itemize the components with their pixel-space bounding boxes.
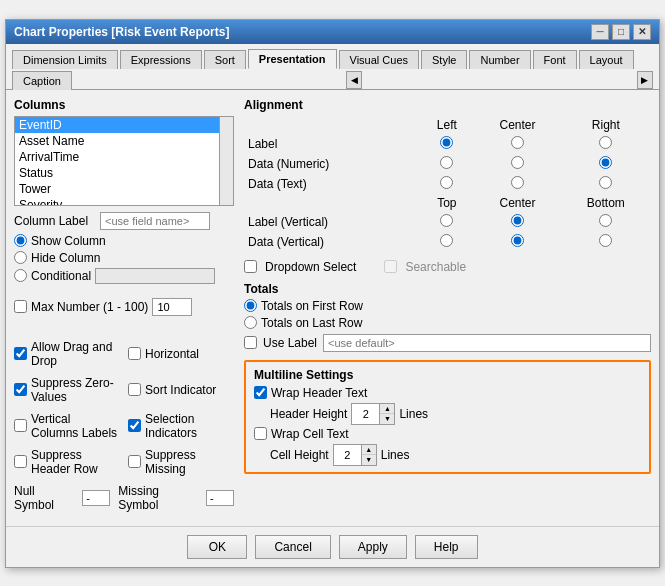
maximize-button[interactable]: □ (612, 24, 630, 40)
cancel-button[interactable]: Cancel (255, 535, 330, 559)
minimize-button[interactable]: ─ (591, 24, 609, 40)
wrap-header-label: Wrap Header Text (271, 386, 367, 400)
data-v-bottom-radio[interactable] (599, 234, 612, 247)
use-label-input[interactable] (323, 334, 651, 352)
horizontal-checkbox[interactable] (128, 347, 141, 360)
list-item[interactable]: Asset Name (15, 133, 219, 149)
cell-height-down-button[interactable]: ▼ (362, 455, 376, 465)
label-right-radio[interactable] (599, 136, 612, 149)
label-v-center-radio[interactable] (511, 214, 524, 227)
max-number-checkbox[interactable] (14, 300, 27, 313)
ok-button[interactable]: OK (187, 535, 247, 559)
align-col-center: Center (474, 116, 560, 134)
tab-font[interactable]: Font (533, 50, 577, 69)
title-bar-buttons: ─ □ ✕ (591, 24, 651, 40)
missing-symbol-input[interactable]: - (206, 490, 234, 506)
datanum-center-radio[interactable] (511, 156, 524, 169)
tab-caption[interactable]: Caption (12, 71, 72, 90)
cell-height-up-button[interactable]: ▲ (362, 445, 376, 455)
datatext-right-radio[interactable] (599, 176, 612, 189)
tab-nav-next[interactable]: ▶ (637, 71, 653, 89)
totals-last-row[interactable]: Totals on Last Row (244, 316, 651, 330)
tab-layout[interactable]: Layout (579, 50, 634, 69)
allow-drag-drop-label: Allow Drag and Drop (31, 340, 120, 368)
dropdown-select-checkbox[interactable] (244, 260, 257, 273)
main-content: Columns EventID Asset Name ArrivalTime S… (6, 90, 659, 520)
cell-height-label: Cell Height (270, 448, 329, 462)
suppress-zero-checkbox[interactable] (14, 383, 27, 396)
show-column-radio[interactable] (14, 234, 27, 247)
tab-dimension-limits[interactable]: Dimension Limits (12, 50, 118, 69)
allow-drag-drop-row: Allow Drag and Drop (14, 340, 120, 368)
header-height-spinner[interactable]: 2 ▲ ▼ (351, 403, 395, 425)
conditional-input[interactable] (95, 268, 215, 284)
alignment-header: Alignment (244, 98, 651, 112)
hide-column-radio-row[interactable]: Hide Column (14, 251, 234, 265)
hide-column-radio[interactable] (14, 251, 27, 264)
suppress-missing-checkbox[interactable] (128, 455, 141, 468)
wrap-cell-checkbox[interactable] (254, 427, 267, 440)
hide-column-label: Hide Column (31, 251, 100, 265)
tab-sort[interactable]: Sort (204, 50, 246, 69)
max-number-label: Max Number (1 - 100) (31, 300, 148, 314)
list-item[interactable]: Status (15, 165, 219, 181)
datatext-center-radio[interactable] (511, 176, 524, 189)
tab-nav-prev[interactable]: ◀ (346, 71, 362, 89)
list-item[interactable]: Tower (15, 181, 219, 197)
totals-first-radio[interactable] (244, 299, 257, 312)
header-height-up-button[interactable]: ▲ (380, 404, 394, 414)
apply-button[interactable]: Apply (339, 535, 407, 559)
columns-listbox[interactable]: EventID Asset Name ArrivalTime Status To… (14, 116, 234, 206)
label-left-radio[interactable] (440, 136, 453, 149)
align-col-bottom: Bottom (561, 194, 651, 212)
suppress-zero-label: Suppress Zero-Values (31, 376, 120, 404)
max-number-input[interactable]: 10 (152, 298, 192, 316)
null-symbol-input[interactable]: - (82, 490, 110, 506)
sort-indicator-checkbox[interactable] (128, 383, 141, 396)
tab-visual-cues[interactable]: Visual Cues (339, 50, 420, 69)
wrap-header-checkbox[interactable] (254, 386, 267, 399)
allow-drag-drop-checkbox[interactable] (14, 347, 27, 360)
header-height-input[interactable]: 2 (352, 404, 380, 424)
label-v-bottom-radio[interactable] (599, 214, 612, 227)
selection-indicators-checkbox[interactable] (128, 419, 141, 432)
cell-height-input[interactable]: 2 (334, 445, 362, 465)
header-height-label: Header Height (270, 407, 347, 421)
selection-indicators-row: Selection Indicators (128, 412, 234, 440)
list-item[interactable]: EventID (15, 117, 219, 133)
header-height-down-button[interactable]: ▼ (380, 414, 394, 424)
use-label-checkbox[interactable] (244, 336, 257, 349)
totals-first-row[interactable]: Totals on First Row (244, 299, 651, 313)
datatext-left-radio[interactable] (440, 176, 453, 189)
conditional-radio-row[interactable]: Conditional (14, 268, 234, 284)
label-v-top-radio[interactable] (440, 214, 453, 227)
list-item[interactable]: Severity (15, 197, 219, 206)
data-v-top-radio[interactable] (440, 234, 453, 247)
help-button[interactable]: Help (415, 535, 478, 559)
data-text-row-label: Data (Text) (244, 174, 419, 194)
show-column-radio-row[interactable]: Show Column (14, 234, 234, 248)
searchable-label: Searchable (405, 260, 466, 274)
datanum-left-radio[interactable] (440, 156, 453, 169)
searchable-checkbox[interactable] (384, 260, 397, 273)
vertical-columns-label: Vertical Columns Labels (31, 412, 120, 440)
tab-expressions[interactable]: Expressions (120, 50, 202, 69)
conditional-radio[interactable] (14, 269, 27, 282)
tab-number[interactable]: Number (469, 50, 530, 69)
cell-height-spinner[interactable]: 2 ▲ ▼ (333, 444, 377, 466)
suppress-header-checkbox[interactable] (14, 455, 27, 468)
align-col-top: Top (419, 194, 474, 212)
data-v-center-radio[interactable] (511, 234, 524, 247)
listbox-scrollbar[interactable] (219, 117, 233, 205)
vertical-columns-checkbox[interactable] (14, 419, 27, 432)
tab-style[interactable]: Style (421, 50, 467, 69)
datanum-right-radio[interactable] (599, 156, 612, 169)
label-center-radio[interactable] (511, 136, 524, 149)
totals-last-radio[interactable] (244, 316, 257, 329)
column-label-input[interactable] (100, 212, 210, 230)
tab-presentation[interactable]: Presentation (248, 49, 337, 69)
list-item[interactable]: ArrivalTime (15, 149, 219, 165)
dropdown-searchable-row: Dropdown Select Searchable (244, 260, 651, 274)
close-button[interactable]: ✕ (633, 24, 651, 40)
align-col-left: Left (419, 116, 474, 134)
